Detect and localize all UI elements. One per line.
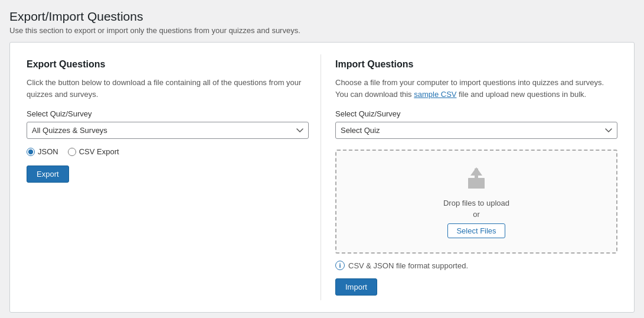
page-header: Export/Import Questions Use this section… bbox=[9, 9, 635, 35]
info-icon: i bbox=[335, 261, 345, 270]
export-quiz-survey-label: Select Quiz/Survey bbox=[27, 109, 309, 118]
import-section: Import Questions Choose a file from your… bbox=[321, 54, 622, 300]
export-csv-radio-label[interactable]: CSV Export bbox=[68, 147, 119, 156]
svg-rect-3 bbox=[468, 186, 485, 189]
sample-csv-link[interactable]: sample CSV bbox=[414, 90, 456, 99]
upload-icon bbox=[465, 184, 488, 193]
info-bar: i CSV & JSON file format supported. bbox=[335, 261, 617, 270]
main-card: Export Questions Click the button below … bbox=[9, 42, 635, 313]
import-section-title: Import Questions bbox=[335, 59, 617, 70]
export-csv-radio-text: CSV Export bbox=[79, 147, 119, 156]
export-section-desc: Click the button below to download a fil… bbox=[27, 77, 309, 100]
import-section-desc: Choose a file from your computer to impo… bbox=[335, 77, 617, 100]
select-files-button[interactable]: Select Files bbox=[447, 223, 505, 238]
import-quiz-survey-select[interactable]: Select Quiz bbox=[335, 122, 617, 139]
import-desc-part2: file and upload new questions in bulk. bbox=[456, 90, 586, 99]
export-json-radio-label[interactable]: JSON bbox=[27, 147, 58, 156]
import-quiz-survey-label: Select Quiz/Survey bbox=[335, 109, 617, 118]
drop-or: or bbox=[348, 210, 604, 219]
svg-marker-2 bbox=[470, 167, 482, 176]
import-button[interactable]: Import bbox=[335, 278, 377, 296]
export-quiz-survey-select[interactable]: All Quizzes & Surveys bbox=[27, 122, 309, 139]
export-button[interactable]: Export bbox=[27, 166, 69, 183]
export-section-title: Export Questions bbox=[27, 59, 309, 70]
export-csv-radio[interactable] bbox=[68, 148, 76, 156]
export-format-radio-group: JSON CSV Export bbox=[27, 147, 309, 156]
drop-text: Drop files to upload bbox=[348, 199, 604, 207]
export-json-radio[interactable] bbox=[27, 148, 35, 156]
info-text: CSV & JSON file format supported. bbox=[348, 261, 468, 270]
upload-icon-container bbox=[348, 165, 604, 193]
file-drop-zone[interactable]: Drop files to upload or Select Files bbox=[335, 150, 617, 254]
export-section: Export Questions Click the button below … bbox=[22, 54, 321, 300]
page-title: Export/Import Questions bbox=[9, 9, 635, 24]
export-json-radio-text: JSON bbox=[38, 147, 58, 156]
page-subtitle: Use this section to export or import onl… bbox=[9, 26, 635, 35]
